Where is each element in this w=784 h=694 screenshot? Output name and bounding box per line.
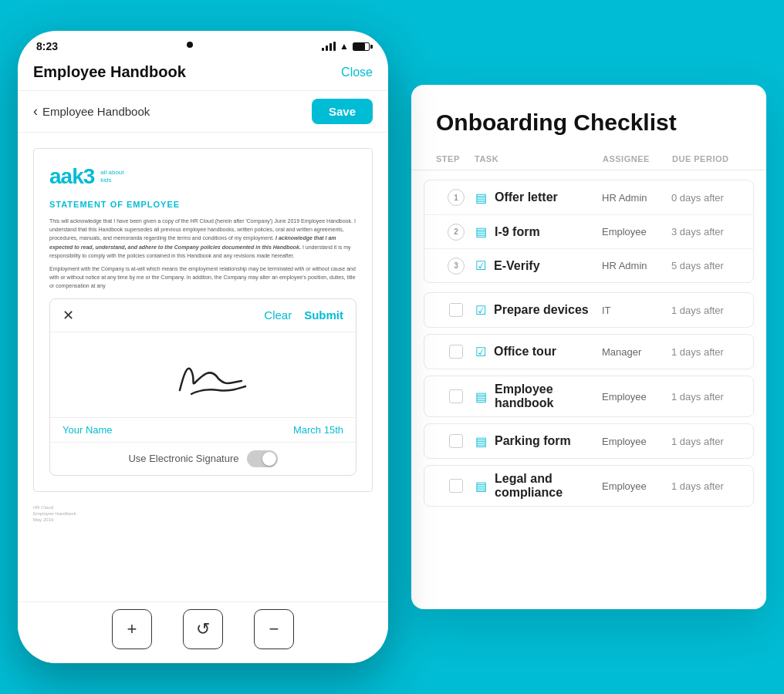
drag-handle — [437, 479, 475, 493]
task-cell: ☑ E-Verify — [475, 258, 602, 273]
step-circle-1: 1 — [448, 189, 465, 206]
task-cell: ☑ Prepare devices — [475, 303, 602, 318]
checklist-panel: Onboarding Checklist STEP TASK ASSIGNEE … — [411, 85, 766, 609]
header-assignee: ASSIGNEE — [603, 154, 672, 163]
phone-content: aak3 all aboutkids STATEMENT OF EMPLOYEE… — [18, 133, 388, 611]
task-cell: ▤ I-9 form — [475, 224, 602, 239]
signal-icon — [322, 42, 336, 51]
electronic-signature-row: Use Electronic Signature — [50, 442, 356, 475]
due-cell: 1 days after — [671, 480, 741, 492]
logo-text: aak3 — [49, 164, 94, 189]
step-circle-3: 3 — [448, 258, 465, 275]
back-button[interactable]: ‹ Employee Handbook — [33, 103, 150, 120]
header-due: DUE PERIOD — [672, 154, 742, 163]
task-name: Parking form — [495, 434, 571, 448]
due-cell: 1 days after — [671, 436, 741, 447]
logo-tagline: all aboutkids — [100, 169, 123, 184]
electronic-sig-toggle[interactable] — [247, 450, 278, 467]
document-text-2: Employment with the Company is at-will w… — [49, 264, 357, 291]
task-cell: ▤ Parking form — [475, 434, 602, 449]
drag-handle — [437, 389, 475, 403]
phone-nav: ‹ Employee Handbook Save — [18, 91, 388, 133]
assignee-cell: Employee — [602, 436, 671, 447]
step-cell: 1 — [437, 189, 475, 206]
footer-text: HR Cloud Employee Handbook May 2019 — [33, 504, 373, 524]
table-row: ▤ Employee handbook Employee 1 days afte… — [424, 376, 753, 416]
due-cell: 1 days after — [671, 391, 741, 403]
phone-mockup: 8:23 ▲ Employee Handbook Close ‹ Employe… — [18, 31, 388, 663]
status-icons: ▲ — [322, 41, 370, 52]
camera-dot — [187, 42, 193, 48]
doc-icon: ▤ — [475, 389, 487, 404]
drag-handle — [437, 434, 475, 448]
sig-close-button[interactable]: ✕ — [63, 307, 74, 324]
drag-handle — [437, 345, 475, 359]
standalone-row-legal-compliance: ▤ Legal and compliance Employee 1 days a… — [424, 465, 754, 507]
task-name: E-Verify — [494, 259, 540, 273]
row-checkbox[interactable] — [449, 434, 463, 448]
standalone-row-prepare-devices: ☑ Prepare devices IT 1 days after — [424, 292, 754, 328]
table-row: ▤ Legal and compliance Employee 1 days a… — [424, 466, 753, 506]
toggle-thumb — [262, 452, 276, 466]
nav-title: Employee Handbook — [42, 105, 150, 118]
task-name: Employee handbook — [495, 382, 602, 410]
signature-footer: Your Name March 15th — [50, 417, 356, 442]
row-checkbox[interactable] — [449, 345, 463, 359]
due-cell: 5 days after — [671, 260, 741, 271]
table-row: ☑ Office tour Manager 1 days after — [424, 335, 753, 369]
close-button[interactable]: Close — [341, 66, 373, 79]
signer-name: Your Name — [63, 424, 113, 436]
assignee-cell: Manager — [602, 346, 671, 358]
task-cell: ▤ Legal and compliance — [475, 472, 602, 500]
doc-icon: ▤ — [475, 479, 487, 494]
row-checkbox[interactable] — [449, 389, 463, 403]
task-name: Legal and compliance — [495, 472, 602, 500]
company-logo: aak3 all aboutkids — [49, 164, 357, 189]
table-row: ☑ Prepare devices IT 1 days after — [424, 293, 753, 327]
signature-area[interactable] — [50, 332, 356, 417]
signature-header: ✕ Clear Submit — [50, 299, 356, 332]
zoom-in-button[interactable]: + — [112, 609, 152, 649]
assignee-cell: HR Admin — [602, 260, 671, 271]
task-name: I-9 form — [495, 225, 540, 239]
status-bar: 8:23 ▲ — [18, 31, 388, 57]
task-name: Offer letter — [495, 190, 558, 204]
due-cell: 0 days after — [671, 192, 741, 204]
drag-handle — [437, 303, 475, 317]
assignee-cell: Employee — [602, 226, 671, 238]
checklist-title: Onboarding Checklist — [411, 109, 766, 154]
clear-button[interactable]: Clear — [264, 308, 292, 322]
phone-header: Employee Handbook Close — [18, 57, 388, 91]
signature-box: ✕ Clear Submit Your Name March 15th — [49, 298, 357, 476]
submit-button[interactable]: Submit — [304, 308, 343, 322]
due-cell: 1 days after — [671, 305, 741, 316]
table-row: ▤ Parking form Employee 1 days after — [424, 424, 753, 458]
standalone-row-office-tour: ☑ Office tour Manager 1 days after — [424, 334, 754, 369]
assignee-cell: HR Admin — [602, 192, 671, 204]
assignee-cell: IT — [602, 305, 671, 316]
signature-drawing — [133, 344, 272, 406]
assignee-cell: Employee — [602, 391, 671, 403]
grouped-section: 1 ▤ Offer letter HR Admin 0 days after 2… — [424, 180, 754, 283]
doc-icon: ▤ — [475, 190, 487, 205]
back-arrow-icon: ‹ — [33, 103, 38, 120]
standalone-row-parking-form: ▤ Parking form Employee 1 days after — [424, 423, 754, 459]
step-cell: 2 — [437, 224, 475, 241]
task-cell: ▤ Employee handbook — [475, 382, 602, 410]
table-header: STEP TASK ASSIGNEE DUE PERIOD — [411, 154, 766, 170]
battery-icon — [353, 42, 370, 51]
row-checkbox[interactable] — [449, 479, 463, 493]
step-cell: 3 — [437, 258, 475, 275]
reset-button[interactable]: ↺ — [183, 609, 223, 649]
step-circle-2: 2 — [448, 224, 465, 241]
zoom-out-button[interactable]: − — [254, 609, 294, 649]
statement-title: STATEMENT OF EMPLOYEE — [49, 200, 357, 209]
signature-date: March 15th — [293, 424, 343, 436]
task-name: Prepare devices — [494, 303, 589, 317]
table-row: 3 ☑ E-Verify HR Admin 5 days after — [424, 248, 753, 282]
due-cell: 1 days after — [671, 346, 741, 358]
standalone-row-employee-handbook: ▤ Employee handbook Employee 1 days afte… — [424, 376, 754, 417]
row-checkbox[interactable] — [449, 303, 463, 317]
table-row: 2 ▤ I-9 form Employee 3 days after — [424, 214, 753, 248]
save-button[interactable]: Save — [312, 99, 373, 124]
